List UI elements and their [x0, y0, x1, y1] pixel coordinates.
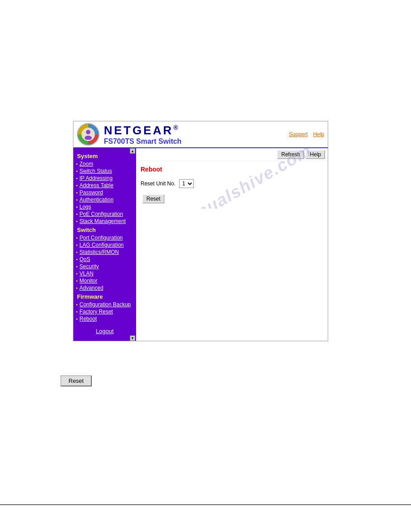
sidebar-item-authentication[interactable]: • Authentication [73, 196, 136, 203]
sidebar-link-authentication[interactable]: Authentication [80, 197, 114, 203]
sidebar-item-factory-reset[interactable]: • Factory Reset [73, 308, 136, 315]
main-layout: ▲ System • Zoom • Switch Status • IP Add… [73, 148, 328, 341]
sidebar-item-config-backup[interactable]: • Configuration Backup [73, 301, 136, 308]
sidebar-link-switch-status[interactable]: Switch Status [80, 168, 112, 174]
sidebar-item-monitor[interactable]: • Monitor [73, 277, 136, 284]
refresh-button[interactable]: Refresh [277, 150, 304, 159]
bullet-poe-config: • [76, 212, 78, 217]
bullet-port-config: • [76, 236, 78, 240]
sidebar-item-address-table[interactable]: • Address Table [73, 182, 136, 189]
help-link[interactable]: Help [313, 131, 324, 137]
sidebar-link-stack-mgmt[interactable]: Stack Management [80, 218, 126, 224]
sidebar-link-poe-config[interactable]: PoE Configuration [80, 211, 123, 217]
sidebar-item-logs[interactable]: • Logs [73, 203, 136, 210]
sidebar-item-stats-rmon[interactable]: • Statistics/RMON [73, 249, 136, 256]
content-toolbar: Refresh Help [136, 148, 328, 161]
switch-section-title: Switch [73, 225, 136, 234]
reset-unit-row: Reset Unit No. 1 [141, 179, 323, 188]
sidebar-item-poe-config[interactable]: • PoE Configuration [73, 210, 136, 218]
sidebar-link-port-config[interactable]: Port Configuration [80, 235, 123, 241]
sidebar-scroll-up[interactable]: ▲ [130, 148, 135, 154]
logo-circle [77, 123, 99, 146]
sidebar-item-switch-status[interactable]: • Switch Status [73, 167, 136, 175]
sidebar-link-config-backup[interactable]: Configuration Backup [80, 301, 131, 308]
sidebar-link-password[interactable]: Password [80, 189, 103, 196]
sidebar-link-lag-config[interactable]: LAG Configuration [80, 242, 124, 248]
sidebar-link-monitor[interactable]: Monitor [80, 278, 98, 284]
bottom-divider [0, 504, 411, 505]
logout-link[interactable]: Logout [96, 328, 114, 335]
content-wrapper: manualshive.com Refresh Help Reboot Rese… [136, 148, 328, 209]
bullet-reboot: • [76, 317, 78, 322]
brand-name: NETGEAR® [104, 124, 181, 137]
reset-button[interactable]: Reset [142, 194, 164, 203]
sidebar-item-security[interactable]: • Security [73, 263, 136, 270]
sidebar-link-qos[interactable]: QoS [80, 256, 90, 262]
svg-point-0 [86, 130, 90, 134]
firmware-section-title: Firmware [73, 292, 136, 301]
sidebar-link-vlan[interactable]: VLAN [80, 270, 94, 277]
bullet-switch-status: • [76, 169, 78, 174]
bullet-advanced: • [76, 286, 78, 291]
sidebar-item-zoom[interactable]: • Zoom [73, 160, 136, 167]
bullet-factory-reset: • [76, 309, 78, 314]
support-link[interactable]: Support [289, 131, 308, 137]
bullet-stack-mgmt: • [76, 219, 78, 224]
sidebar-item-vlan[interactable]: • VLAN [73, 270, 136, 277]
bullet-monitor: • [76, 279, 78, 283]
sidebar-link-advanced[interactable]: Advanced [80, 285, 103, 291]
bullet-lag-config: • [76, 243, 78, 248]
bullet-logs: • [76, 205, 78, 210]
sidebar-link-logs[interactable]: Logs [80, 204, 91, 210]
sidebar-item-advanced[interactable]: • Advanced [73, 284, 136, 292]
sidebar-link-address-table[interactable]: Address Table [80, 182, 114, 189]
bullet-authentication: • [76, 197, 78, 202]
system-section-title: System [73, 151, 136, 160]
bullet-address-table: • [76, 183, 78, 188]
header-left: NETGEAR® FS700TS Smart Switch [77, 123, 181, 146]
bullet-password: • [76, 190, 78, 195]
bullet-security: • [76, 264, 78, 269]
bullet-vlan: • [76, 271, 78, 276]
bullet-stats-rmon: • [76, 250, 78, 255]
bullet-zoom: • [76, 162, 78, 167]
header: NETGEAR® FS700TS Smart Switch Support He… [73, 121, 328, 148]
sidebar-item-qos[interactable]: • QoS [73, 256, 136, 263]
brand-title: NETGEAR® FS700TS Smart Switch [104, 124, 181, 146]
help-button[interactable]: Help [306, 150, 325, 159]
sidebar-item-password[interactable]: • Password [73, 189, 136, 196]
sidebar-link-zoom[interactable]: Zoom [80, 161, 94, 167]
bullet-ip-addressing: • [76, 176, 78, 181]
content-body: Reset Unit No. 1 Reset [136, 176, 328, 209]
bullet-config-backup: • [76, 302, 78, 307]
sidebar-link-security[interactable]: Security [80, 263, 99, 270]
reset-btn-area: Reset [141, 193, 323, 205]
logo-inner [81, 128, 95, 141]
sidebar-link-ip-addressing[interactable]: IP Addressing [80, 175, 113, 181]
sidebar-link-factory-reset[interactable]: Factory Reset [80, 309, 113, 315]
sidebar-scroll-down[interactable]: ▼ [130, 335, 135, 341]
sidebar-logout[interactable]: Logout [73, 324, 136, 338]
sidebar-item-port-config[interactable]: • Port Configuration [73, 234, 136, 241]
header-links: Support Help [289, 131, 324, 137]
sidebar: ▲ System • Zoom • Switch Status • IP Add… [73, 148, 136, 341]
bottom-reset-area: Reset [60, 375, 92, 386]
content-area: manualshive.com Refresh Help Reboot Rese… [136, 148, 328, 341]
reset-unit-select[interactable]: 1 [179, 179, 194, 188]
sidebar-link-stats-rmon[interactable]: Statistics/RMON [80, 249, 119, 255]
reset-unit-label: Reset Unit No. [141, 180, 176, 187]
sidebar-item-ip-addressing[interactable]: • IP Addressing [73, 175, 136, 182]
sidebar-item-stack-mgmt[interactable]: • Stack Management [73, 218, 136, 225]
sidebar-item-lag-config[interactable]: • LAG Configuration [73, 241, 136, 249]
sidebar-link-reboot[interactable]: Reboot [80, 316, 97, 322]
bottom-reset-button[interactable]: Reset [60, 375, 92, 386]
sidebar-item-reboot[interactable]: • Reboot [73, 315, 136, 322]
svg-point-1 [85, 136, 92, 140]
bullet-qos: • [76, 257, 78, 262]
product-name: FS700TS Smart Switch [104, 137, 181, 146]
page-title: Reboot [136, 161, 328, 176]
